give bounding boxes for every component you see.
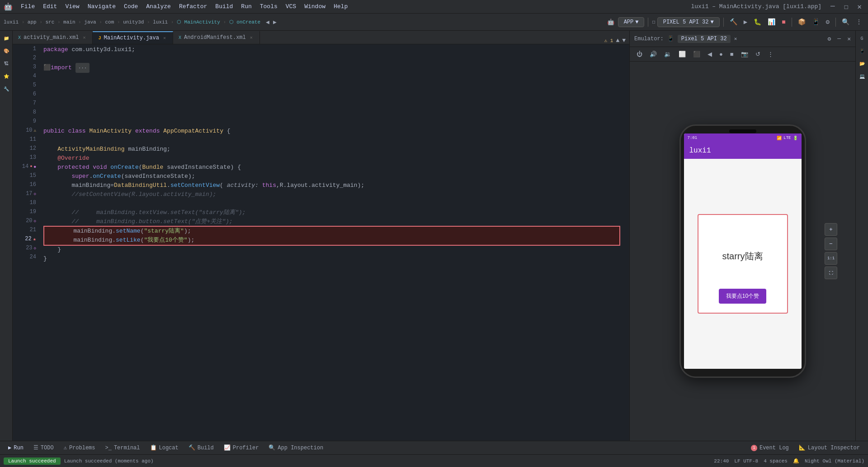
menu-bar: 🤖 File Edit View Navigate Code Analyze R… — [0, 0, 868, 14]
profile-button[interactable]: 📊 — [765, 16, 778, 28]
emu-home-button[interactable]: ● — [717, 49, 725, 59]
sidebar-gradle[interactable]: G — [856, 33, 868, 44]
menu-file[interactable]: File — [17, 1, 38, 12]
make-button[interactable]: 🔨 — [727, 16, 740, 28]
bottom-tab-terminal[interactable]: >_ Terminal — [101, 443, 145, 453]
app-selector[interactable]: APP ▼ — [618, 17, 645, 27]
emulator-close-icon[interactable]: ✕ — [847, 35, 851, 43]
menu-window[interactable]: Window — [301, 1, 329, 12]
bottom-tab-app-inspection[interactable]: 🔍 App Inspection — [264, 443, 328, 453]
emu-rotate-left-button[interactable]: ⬜ — [676, 49, 688, 59]
sidebar-structure[interactable]: 🏗 — [0, 58, 12, 70]
sidebar-build-variants[interactable]: 🔧 — [0, 83, 12, 95]
menu-run[interactable]: Run — [237, 1, 255, 12]
scroll-down-icon[interactable]: ▼ — [622, 37, 626, 44]
maximize-button[interactable]: ☐ — [841, 1, 851, 12]
emu-rotate-right-button[interactable]: ⬛ — [691, 49, 703, 59]
menu-edit[interactable]: Edit — [39, 1, 61, 12]
menu-navigate[interactable]: Navigate — [84, 1, 119, 12]
sidebar-resource-manager[interactable]: 🎨 — [0, 45, 12, 57]
bottom-tab-profiler[interactable]: 📈 Profiler — [219, 443, 264, 453]
run-button[interactable]: ▶ — [741, 16, 750, 28]
emu-volume-up-button[interactable]: 🔊 — [647, 49, 659, 59]
back-arrow-icon[interactable]: ◀ — [266, 19, 269, 26]
menu-build[interactable]: Build — [212, 1, 236, 12]
menu-view[interactable]: View — [61, 1, 83, 12]
scroll-up-icon[interactable]: ▲ — [616, 37, 619, 44]
menu-vcs[interactable]: VCS — [282, 1, 300, 12]
settings-icon[interactable]: ⚙ — [824, 16, 832, 28]
more-actions-icon[interactable]: ⋮ — [854, 16, 864, 28]
minimize-button[interactable]: — — [828, 1, 838, 12]
device-selector[interactable]: PIXEL 5 API 32 ▼ — [657, 17, 720, 27]
emu-stop-button[interactable]: ■ — [728, 49, 736, 59]
emu-screenshot-button[interactable]: 📷 — [739, 49, 750, 59]
sidebar-device-manager[interactable]: 📱 — [856, 45, 868, 57]
gutter-17: 17 ◇ — [13, 189, 40, 198]
emu-volume-down-button[interactable]: 🔉 — [662, 49, 674, 59]
emu-more-button[interactable]: ⋮ — [765, 49, 776, 59]
menu-code[interactable]: Code — [120, 1, 142, 12]
emu-power-button[interactable]: ⏻ — [634, 49, 645, 59]
debug-button[interactable]: 🐛 — [751, 16, 764, 28]
breadcrumb-src[interactable]: src — [45, 19, 54, 25]
main-layout: 📁 🎨 🏗 ⭐ 🔧 X activity_main.xml ✕ J MainAc… — [0, 31, 868, 441]
search-everywhere-icon[interactable]: 🔍 — [840, 16, 852, 28]
code-line-24: } — [43, 254, 620, 263]
sidebar-emulator-tab[interactable]: 💻 — [856, 71, 868, 82]
phone-screen[interactable]: 7:01 📶 LTE 🔋 luxi1 — [684, 133, 802, 369]
breadcrumb-mainactivity[interactable]: ⬡ MainActivity — [177, 19, 220, 25]
code-editor[interactable]: 1 2 3 4 5 6 7 8 9 10 ⚠ 11 12 13 14 ● ◆ 1… — [13, 44, 629, 441]
phone-status-bar: 7:01 📶 LTE 🔋 — [684, 133, 802, 143]
bottom-tab-event-log[interactable]: 1 Event Log — [746, 443, 793, 453]
sidebar-device-file-explorer[interactable]: 📂 — [856, 58, 868, 70]
zoom-reset-button[interactable]: 1:1 — [825, 252, 837, 265]
emu-back-button[interactable]: ◀ — [705, 49, 714, 59]
menu-analyze[interactable]: Analyze — [142, 1, 175, 12]
sdk-manager-icon[interactable]: 📦 — [796, 16, 808, 28]
breadcrumb-com[interactable]: com — [105, 19, 114, 25]
breadcrumb-oncreate[interactable]: ⬡ onCreate — [229, 19, 260, 25]
forward-arrow-icon[interactable]: ▶ — [273, 19, 277, 26]
emulator-settings-icon[interactable]: ⚙ — [828, 35, 831, 43]
phone-card-button[interactable]: 我要点10个赞 — [719, 289, 766, 304]
menu-help[interactable]: Help — [330, 1, 351, 12]
bottom-tab-layout-inspector[interactable]: 📐 Layout Inspector — [794, 443, 864, 453]
tab-close-activity-main[interactable]: ✕ — [81, 34, 87, 41]
tab-mainactivity-java[interactable]: J MainActivity.java ✕ — [93, 31, 173, 44]
line-gutter: 1 2 3 4 5 6 7 8 9 10 ⚠ 11 12 13 14 ● ◆ 1… — [13, 44, 40, 441]
editor-scrollbar[interactable] — [624, 44, 629, 441]
emulator-device-close-icon[interactable]: ✕ — [734, 36, 737, 42]
breadcrumb-main[interactable]: main — [63, 19, 75, 25]
breadcrumb-unity3d[interactable]: unity3d — [123, 19, 144, 25]
tab-androidmanifest-xml[interactable]: X AndroidManifest.xml ✕ — [173, 31, 260, 44]
code-line-15: super.onCreate(savedInstanceState); — [43, 172, 620, 181]
zoom-out-button[interactable]: − — [825, 238, 837, 250]
code-line-2 — [43, 54, 620, 63]
bottom-tab-run[interactable]: ▶ Run — [4, 443, 28, 453]
emulator-minimize-icon[interactable]: — — [837, 35, 841, 42]
tab-activity-main-xml[interactable]: X activity_main.xml ✕ — [13, 31, 93, 44]
zoom-in-button[interactable]: + — [825, 223, 837, 236]
bottom-tab-todo[interactable]: ☰ TODO — [29, 443, 58, 453]
code-lines[interactable]: package com.unity3d.luxi1; ⬛import ··· p… — [40, 44, 624, 441]
close-button[interactable]: ✕ — [854, 1, 864, 12]
breadcrumb-luxi1[interactable]: luxi1 — [153, 19, 168, 25]
gutter-13: 13 — [13, 153, 40, 162]
resize-button[interactable]: ⛶ — [825, 267, 837, 279]
tab-close-mainactivity[interactable]: ✕ — [162, 35, 167, 41]
menu-refactor[interactable]: Refactor — [175, 1, 211, 12]
emu-refresh-button[interactable]: ↺ — [753, 49, 763, 59]
bottom-tab-logcat[interactable]: 📋 Logcat — [146, 443, 183, 453]
sidebar-project[interactable]: 📁 — [0, 33, 12, 44]
breadcrumb-java[interactable]: java — [84, 19, 96, 25]
breadcrumb-module[interactable]: app — [28, 19, 37, 25]
sidebar-favorites[interactable]: ⭐ — [0, 71, 12, 82]
avd-manager-icon[interactable]: 📱 — [810, 16, 822, 28]
breadcrumb-project[interactable]: luxi1 — [4, 19, 19, 25]
bottom-tab-build[interactable]: 🔨 Build — [184, 443, 218, 453]
bottom-tab-problems[interactable]: ⚠ Problems — [59, 443, 100, 453]
menu-tools[interactable]: Tools — [256, 1, 281, 12]
tab-close-androidmanifest[interactable]: ✕ — [249, 34, 254, 41]
stop-button[interactable]: ■ — [779, 17, 788, 28]
